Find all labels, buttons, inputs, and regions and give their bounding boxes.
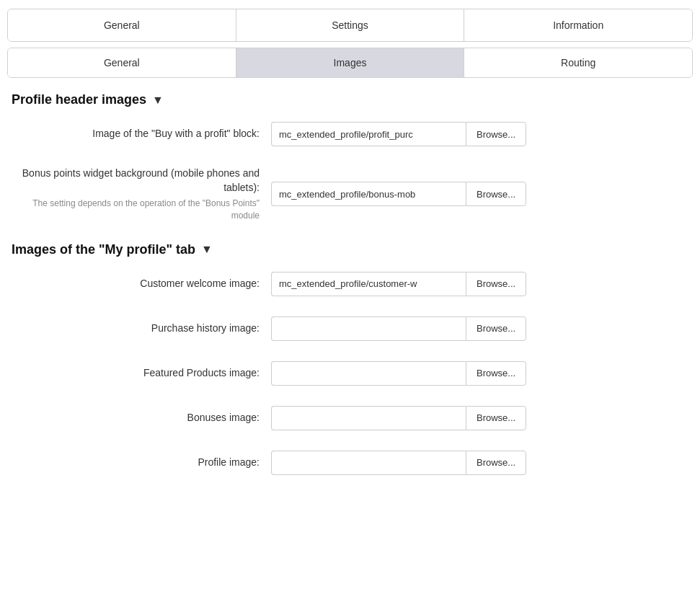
sub-tab-bar: General Images Routing: [7, 48, 693, 78]
file-input-bonuses[interactable]: [271, 406, 466, 430]
label-purchase-history: Purchase history image:: [12, 322, 271, 336]
file-input-group-profile-image: Browse...: [271, 451, 526, 475]
browse-btn-buy-profit[interactable]: Browse...: [466, 122, 526, 146]
section-title-profile: Profile header images: [12, 92, 146, 107]
chevron-icon-my-profile: ▼: [201, 243, 213, 256]
form-row-customer-welcome: Customer welcome image: Browse...: [12, 272, 688, 296]
main-content: Profile header images ▼ Image of the "Bu…: [0, 92, 700, 475]
browse-btn-bonuses[interactable]: Browse...: [466, 406, 526, 430]
form-row-purchase-history: Purchase history image: Browse...: [12, 316, 688, 341]
file-input-group-customer-welcome: Browse...: [271, 272, 526, 296]
file-input-customer-welcome[interactable]: [271, 272, 466, 296]
form-row-buy-profit: Image of the "Buy with a profit" block: …: [12, 122, 688, 146]
section-header-profile: Profile header images ▼: [12, 92, 688, 107]
label-customer-welcome: Customer welcome image:: [12, 277, 271, 291]
top-tab-information[interactable]: Information: [464, 9, 692, 41]
browse-btn-bonus-points[interactable]: Browse...: [466, 182, 526, 206]
top-tab-bar: General Settings Information: [7, 9, 693, 42]
browse-btn-featured-products[interactable]: Browse...: [466, 361, 526, 386]
label-featured-products: Featured Products image:: [12, 366, 271, 381]
chevron-icon-profile: ▼: [152, 94, 164, 107]
file-input-group-bonus-points: Browse...: [271, 182, 526, 206]
file-input-featured-products[interactable]: [271, 361, 466, 386]
file-input-group-featured-products: Browse...: [271, 361, 526, 386]
form-row-bonus-points: Bonus points widget background (mobile p…: [12, 167, 688, 222]
file-input-bonus-points[interactable]: [271, 182, 466, 206]
section-header-my-profile: Images of the "My profile" tab ▼: [12, 242, 688, 257]
file-input-profile-image[interactable]: [271, 451, 466, 475]
sub-tab-images[interactable]: Images: [236, 48, 465, 77]
top-tab-general[interactable]: General: [8, 9, 236, 41]
file-input-group-bonuses: Browse...: [271, 406, 526, 430]
sub-tab-general[interactable]: General: [8, 48, 236, 77]
label-bonuses: Bonuses image:: [12, 411, 271, 425]
label-bonus-points: Bonus points widget background (mobile p…: [12, 167, 271, 222]
sub-tab-routing[interactable]: Routing: [464, 48, 692, 77]
section-title-my-profile: Images of the "My profile" tab: [12, 242, 195, 257]
file-input-purchase-history[interactable]: [271, 316, 466, 341]
label-buy-profit: Image of the "Buy with a profit" block:: [12, 127, 271, 141]
browse-btn-purchase-history[interactable]: Browse...: [466, 316, 526, 341]
form-row-profile-image: Profile image: Browse...: [12, 451, 688, 475]
file-input-group-purchase-history: Browse...: [271, 316, 526, 341]
label-profile-image: Profile image:: [12, 456, 271, 470]
file-input-buy-profit[interactable]: [271, 122, 466, 146]
browse-btn-profile-image[interactable]: Browse...: [466, 451, 526, 475]
top-tab-settings[interactable]: Settings: [236, 9, 465, 41]
form-row-bonuses: Bonuses image: Browse...: [12, 406, 688, 430]
file-input-group-buy-profit: Browse...: [271, 122, 526, 146]
browse-btn-customer-welcome[interactable]: Browse...: [466, 272, 526, 296]
form-row-featured-products: Featured Products image: Browse...: [12, 361, 688, 386]
